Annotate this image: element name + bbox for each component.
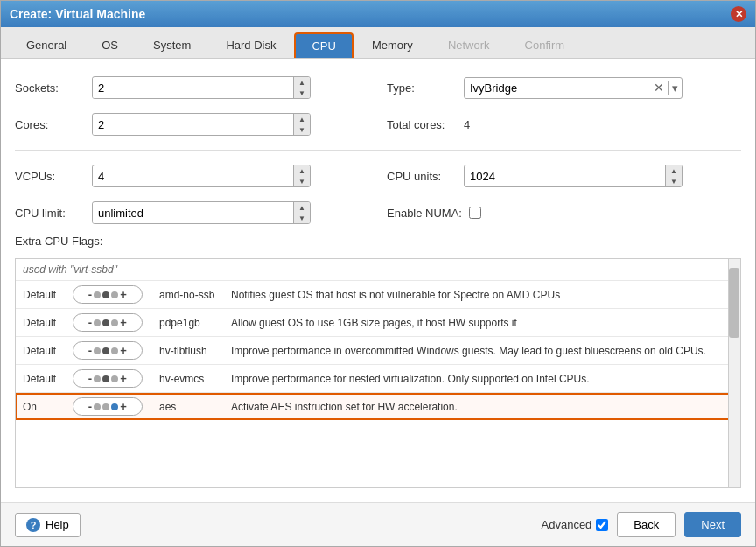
numa-group: Enable NUMA:: [387, 207, 741, 220]
cpulimit-numa-row: CPU limit: ▲ ▼ Enable NUMA:: [15, 198, 741, 228]
flag-toggle[interactable]: -+: [73, 341, 143, 360]
cpu-limit-label: CPU limit:: [15, 207, 85, 220]
scrollbar-thumb[interactable]: [729, 268, 739, 338]
toggle-dot: [111, 403, 118, 410]
flag-row: Default-+pdpe1gbAllow guest OS to use 1G…: [16, 309, 740, 337]
help-label: Help: [46, 518, 69, 531]
close-button[interactable]: ✕: [731, 6, 746, 22]
vcpus-down-button[interactable]: ▼: [294, 176, 310, 186]
tab-cpu[interactable]: CPU: [294, 32, 353, 58]
toggle-dot: [102, 403, 109, 410]
toggle-plus-icon[interactable]: +: [120, 372, 127, 385]
tab-confirm: Confirm: [508, 32, 582, 58]
divider-1: [15, 150, 741, 151]
toggle-dot: [102, 347, 109, 354]
cores-input[interactable]: [93, 115, 293, 135]
extra-cpu-flags-label: Extra CPU Flags:: [15, 235, 741, 248]
main-content: Sockets: ▲ ▼ Type: ✕ ▾: [1, 59, 755, 502]
sockets-up-button[interactable]: ▲: [294, 77, 310, 88]
flag-description: Improve performance in overcommitted Win…: [231, 345, 706, 357]
sockets-down-button[interactable]: ▼: [294, 88, 310, 98]
cpu-limit-input-wrap: ▲ ▼: [92, 201, 311, 224]
toggle-dot: [102, 291, 109, 298]
toggle-dots: [94, 403, 118, 410]
tab-general[interactable]: General: [10, 32, 83, 58]
toggle-dots: [94, 319, 118, 326]
cpu-units-input[interactable]: [465, 166, 665, 186]
cpu-limit-group: CPU limit: ▲ ▼: [15, 201, 369, 224]
tab-memory[interactable]: Memory: [355, 32, 430, 58]
vcpus-label: VCPUs:: [15, 170, 85, 183]
cpu-units-group: CPU units: ▲ ▼: [387, 165, 741, 187]
cpu-limit-spinners: ▲ ▼: [293, 202, 310, 223]
vcpus-cpuunits-row: VCPUs: ▲ ▼ CPU units: ▲ ▼: [15, 161, 741, 191]
cores-total-row: Cores: ▲ ▼ Total cores: 4: [15, 109, 741, 139]
flag-toggle[interactable]: -+: [73, 285, 143, 304]
vcpus-up-button[interactable]: ▲: [294, 165, 310, 176]
flag-description: Allow guest OS to use 1GB size pages, if…: [231, 317, 517, 329]
cpu-units-down-button[interactable]: ▼: [666, 176, 682, 186]
toggle-dot: [111, 375, 118, 382]
cpu-limit-up-button[interactable]: ▲: [294, 202, 310, 213]
toggle-minus-icon[interactable]: -: [88, 400, 92, 413]
total-cores-value: 4: [464, 118, 470, 131]
toggle-minus-icon[interactable]: -: [88, 316, 92, 329]
toggle-dot: [94, 347, 101, 354]
footer-right: Advanced Back Next: [542, 512, 741, 537]
type-dropdown-icon[interactable]: ▾: [668, 81, 682, 95]
vcpus-input[interactable]: [93, 166, 293, 186]
cores-up-button[interactable]: ▲: [294, 114, 310, 124]
scrollbar-track[interactable]: [728, 259, 740, 487]
next-button[interactable]: Next: [684, 512, 741, 537]
toggle-minus-icon[interactable]: -: [88, 344, 92, 357]
type-input[interactable]: [465, 78, 650, 98]
toggle-plus-icon[interactable]: +: [120, 400, 127, 413]
cores-group: Cores: ▲ ▼: [15, 113, 369, 136]
tab-os[interactable]: OS: [85, 32, 135, 58]
sockets-group: Sockets: ▲ ▼: [15, 76, 369, 99]
tab-hard-disk[interactable]: Hard Disk: [209, 32, 292, 58]
flag-toggle[interactable]: -+: [73, 397, 143, 416]
cpu-units-spinners: ▲ ▼: [665, 165, 682, 186]
toggle-plus-icon[interactable]: +: [120, 316, 127, 329]
tab-system[interactable]: System: [136, 32, 207, 58]
flag-name: amd-no-ssb: [159, 289, 214, 301]
flag-status: Default: [23, 317, 56, 329]
numa-checkbox[interactable]: [469, 207, 481, 219]
advanced-label: Advanced: [542, 518, 592, 531]
flag-toggle[interactable]: -+: [73, 369, 143, 388]
window-title: Create: Virtual Machine: [10, 7, 145, 21]
sockets-input[interactable]: [93, 78, 293, 98]
toggle-dots: [94, 375, 118, 382]
toggle-dot: [102, 375, 109, 382]
toggle-minus-icon[interactable]: -: [88, 288, 92, 301]
flag-description: Activate AES instruction set for HW acce…: [231, 401, 458, 413]
flag-name: aes: [159, 401, 176, 413]
advanced-wrap: Advanced: [542, 518, 609, 531]
help-button[interactable]: ? Help: [15, 513, 80, 537]
cpu-units-input-wrap: ▲ ▼: [464, 165, 682, 187]
toggle-dot: [94, 291, 101, 298]
flag-name: pdpe1gb: [159, 317, 200, 329]
back-button[interactable]: Back: [617, 512, 676, 537]
type-select-wrap: ✕ ▾: [464, 77, 682, 99]
flag-toggle[interactable]: -+: [73, 313, 143, 332]
toggle-minus-icon[interactable]: -: [88, 372, 92, 385]
cpu-limit-input[interactable]: [93, 203, 293, 223]
advanced-checkbox[interactable]: [596, 519, 608, 531]
total-cores-label: Total cores:: [387, 118, 457, 131]
flags-table: used with "virt-ssbd" Default-+amd-no-ss…: [16, 259, 740, 420]
sockets-spinners: ▲ ▼: [293, 77, 310, 98]
toggle-plus-icon[interactable]: +: [120, 288, 127, 301]
type-group: Type: ✕ ▾: [387, 77, 741, 99]
total-cores-group: Total cores: 4: [387, 118, 741, 131]
type-clear-icon[interactable]: ✕: [650, 81, 668, 95]
flag-row: Default-+hv-evmcsImprove performance for…: [16, 365, 740, 393]
cores-down-button[interactable]: ▼: [294, 124, 310, 135]
flag-status: Default: [23, 373, 56, 385]
cpu-limit-down-button[interactable]: ▼: [294, 213, 310, 223]
cpu-units-up-button[interactable]: ▲: [666, 165, 682, 176]
toggle-plus-icon[interactable]: +: [120, 344, 127, 357]
toggle-dot: [111, 347, 118, 354]
flag-row: Default-+amd-no-ssbNotifies guest OS tha…: [16, 281, 740, 309]
